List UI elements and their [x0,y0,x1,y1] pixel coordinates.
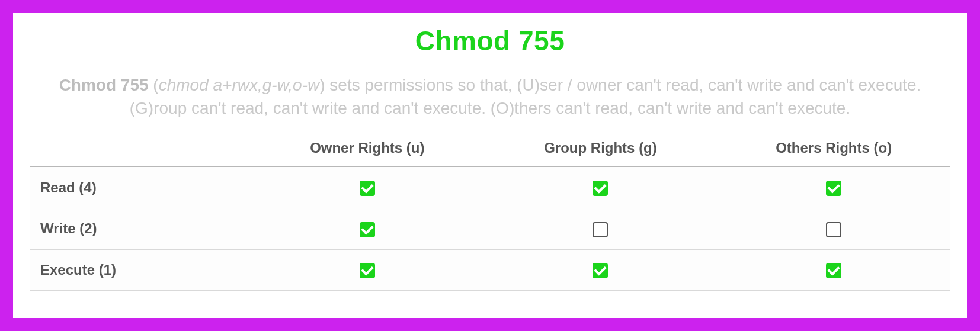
checkbox-read-group[interactable] [593,181,608,196]
th-blank [30,131,251,166]
checkbox-execute-others[interactable] [826,263,841,278]
th-group: Group Rights (g) [484,131,718,166]
page-title: Chmod 755 [30,25,950,57]
checkbox-read-owner[interactable] [360,181,375,196]
table-row: Execute (1) [30,249,950,291]
row-label: Write (2) [30,208,251,250]
table-row: Write (2) [30,208,950,250]
checkbox-write-owner[interactable] [360,222,375,237]
card: Chmod 755 Chmod 755 (chmod a+rwx,g-w,o-w… [13,13,967,318]
table-row: Read (4) [30,166,950,208]
description: Chmod 755 (chmod a+rwx,g-w,o-w) sets per… [32,73,948,120]
desc-symbolic: chmod a+rwx,g-w,o-w [159,76,320,94]
row-label: Execute (1) [30,249,251,291]
th-owner: Owner Rights (u) [251,131,484,166]
checkbox-write-group[interactable] [593,222,608,237]
checkbox-execute-owner[interactable] [360,263,375,278]
th-others: Others Rights (o) [717,131,950,166]
table-header-row: Owner Rights (u) Group Rights (g) Others… [30,131,950,166]
checkbox-execute-group[interactable] [593,263,608,278]
checkbox-write-others[interactable] [826,222,841,237]
permissions-table: Owner Rights (u) Group Rights (g) Others… [30,131,950,291]
desc-paren-open: ( [149,76,159,94]
checkbox-read-others[interactable] [826,181,841,196]
row-label: Read (4) [30,166,251,208]
desc-lead: Chmod 755 [59,76,149,94]
